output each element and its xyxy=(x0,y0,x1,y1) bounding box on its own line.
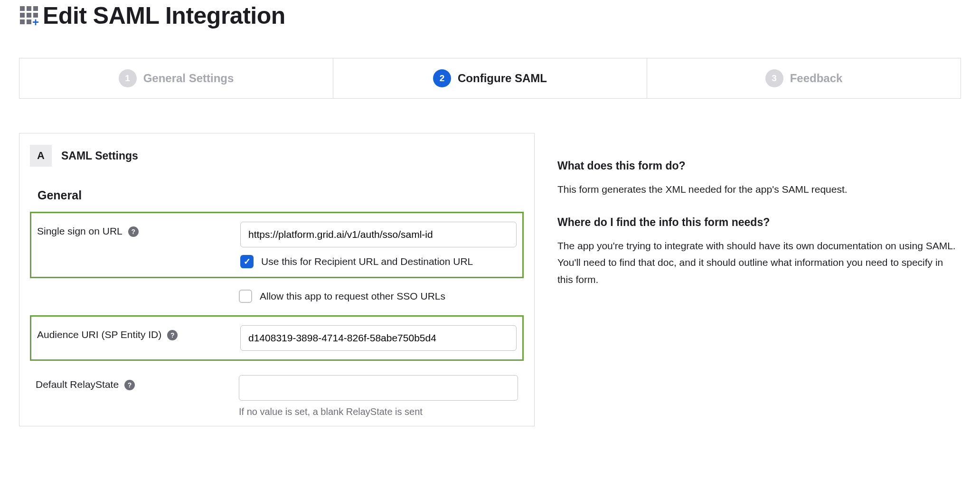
field-row-sso-url: Single sign on URL ? Use this for Recipi… xyxy=(30,212,524,278)
step-label: Configure SAML xyxy=(458,72,547,85)
sidebar-para-2: The app you're trying to integrate with … xyxy=(557,237,961,288)
section-title: SAML Settings xyxy=(61,150,138,162)
field-row-relay-state: Default RelayState ? If no value is set,… xyxy=(30,367,524,426)
sidebar-heading-2: Where do I find the info this form needs… xyxy=(557,216,961,229)
relay-state-label: Default RelayState xyxy=(36,379,119,390)
page-title: Edit SAML Integration xyxy=(43,2,285,29)
step-number: 3 xyxy=(765,69,783,87)
section-badge: A xyxy=(30,145,52,167)
allow-other-sso-label: Allow this app to request other SSO URLs xyxy=(260,291,445,302)
field-row-audience-uri: Audience URI (SP Entity ID) ? xyxy=(30,315,524,361)
step-label: Feedback xyxy=(790,72,843,85)
audience-uri-label: Audience URI (SP Entity ID) xyxy=(37,329,161,340)
sidebar-heading-1: What does this form do? xyxy=(557,160,961,172)
relay-state-input[interactable] xyxy=(239,375,518,401)
sidebar-para-1: This form generates the XML needed for t… xyxy=(557,181,961,198)
help-icon[interactable]: ? xyxy=(124,380,135,390)
audience-uri-input[interactable] xyxy=(240,325,517,351)
wizard-steps: 1 General Settings 2 Configure SAML 3 Fe… xyxy=(19,58,961,99)
app-grid-icon: + xyxy=(19,5,40,26)
step-number: 2 xyxy=(433,69,451,87)
step-label: General Settings xyxy=(143,72,234,85)
wizard-step-general-settings[interactable]: 1 General Settings xyxy=(19,58,333,98)
wizard-step-feedback[interactable]: 3 Feedback xyxy=(647,58,961,98)
subsection-title: General xyxy=(38,188,524,202)
saml-settings-panel: A SAML Settings General Single sign on U… xyxy=(19,133,535,426)
allow-other-sso-checkbox[interactable] xyxy=(239,290,252,303)
help-icon[interactable]: ? xyxy=(167,330,178,340)
step-number: 1 xyxy=(119,69,137,87)
sso-url-input[interactable] xyxy=(240,222,517,247)
wizard-step-configure-saml[interactable]: 2 Configure SAML xyxy=(333,58,647,98)
help-icon[interactable]: ? xyxy=(128,226,139,237)
use-for-recipient-label: Use this for Recipient URL and Destinati… xyxy=(261,256,473,267)
relay-state-helper: If no value is set, a blank RelayState i… xyxy=(239,406,518,417)
help-sidebar: What does this form do? This form genera… xyxy=(557,133,961,306)
sso-url-label: Single sign on URL xyxy=(37,226,122,237)
use-for-recipient-checkbox[interactable] xyxy=(240,255,254,268)
